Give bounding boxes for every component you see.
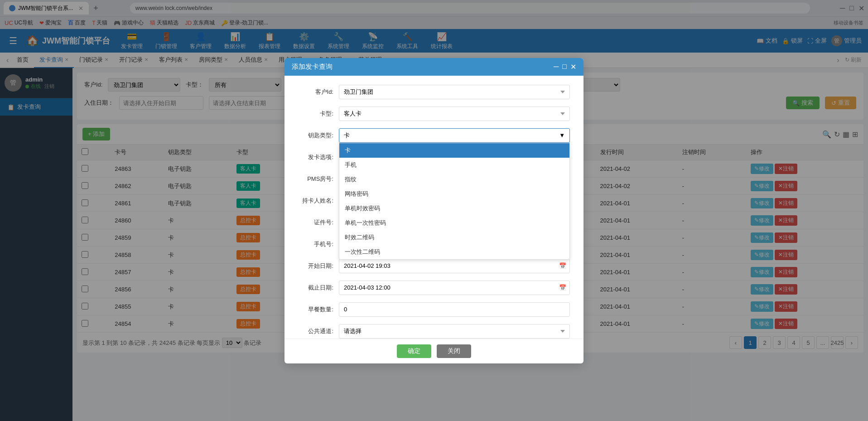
modal-header-actions: ─ □ ✕ bbox=[554, 63, 576, 71]
modal-start-date-label: 开始日期: bbox=[298, 262, 339, 270]
modal-public-channel-wrap: 请选择 bbox=[339, 324, 570, 339]
modal-customer-select-wrap: 劲卫门集团 bbox=[339, 85, 570, 99]
modal-breakfast-input[interactable] bbox=[339, 302, 570, 317]
form-row-key-type: 钥匙类型: 卡 ▼ 卡 手机 指纹 网络密码 单机时效密码 单机一次性密码 时效… bbox=[298, 128, 570, 143]
form-row-end-date: 截止日期: 📅 bbox=[298, 281, 570, 295]
modal-card-type-select-wrap: 客人卡 bbox=[339, 106, 570, 121]
modal-key-type-input[interactable]: 卡 ▼ bbox=[339, 128, 570, 143]
dropdown-arrow-icon: ▼ bbox=[559, 132, 565, 139]
modal-close-btn[interactable]: ✕ bbox=[570, 63, 576, 71]
modal-card-type-label: 卡型: bbox=[298, 110, 339, 118]
modal-holder-label: 持卡人姓名: bbox=[298, 197, 339, 205]
key-type-option-3[interactable]: 网络密码 bbox=[339, 187, 569, 201]
modal-public-channel-label: 公共通道: bbox=[298, 327, 339, 335]
modal-end-date-wrap: 📅 bbox=[339, 281, 570, 295]
modal-breakfast-label: 早餐数量: bbox=[298, 305, 339, 314]
modal: 添加发卡查询 ─ □ ✕ 客户Id: 劲卫门集团 卡型: bbox=[285, 58, 583, 363]
modal-minimize-btn[interactable]: ─ bbox=[554, 63, 559, 71]
modal-confirm-btn[interactable]: 确定 bbox=[397, 344, 431, 358]
form-row-customer: 客户Id: 劲卫门集团 bbox=[298, 85, 570, 99]
modal-header: 添加发卡查询 ─ □ ✕ bbox=[285, 58, 583, 76]
modal-maximize-btn[interactable]: □ bbox=[562, 63, 567, 71]
modal-public-channel-select[interactable]: 请选择 bbox=[339, 324, 570, 339]
key-type-option-4[interactable]: 单机时效密码 bbox=[339, 201, 569, 216]
key-type-option-6[interactable]: 时效二维码 bbox=[339, 230, 569, 245]
modal-phone-label: 手机号: bbox=[298, 240, 339, 248]
modal-card-type-select[interactable]: 客人卡 bbox=[339, 106, 570, 121]
modal-send-options-label: 发卡选项: bbox=[298, 153, 339, 161]
modal-overlay: 添加发卡查询 ─ □ ✕ 客户Id: 劲卫门集团 卡型: bbox=[0, 0, 868, 421]
modal-key-type-value: 卡 bbox=[344, 131, 350, 140]
form-row-breakfast: 早餐数量: bbox=[298, 302, 570, 317]
modal-end-date-label: 截止日期: bbox=[298, 284, 339, 292]
modal-key-type-label: 钥匙类型: bbox=[298, 131, 339, 140]
modal-customer-label: 客户Id: bbox=[298, 88, 339, 96]
modal-pms-label: PMS房号: bbox=[298, 175, 339, 183]
form-row-start-date: 开始日期: 📅 bbox=[298, 259, 570, 273]
modal-start-date-wrap: 📅 bbox=[339, 259, 570, 273]
modal-idno-label: 证件号: bbox=[298, 218, 339, 227]
start-date-calendar-icon[interactable]: 📅 bbox=[559, 262, 566, 269]
modal-end-date-input[interactable] bbox=[339, 281, 570, 295]
modal-close-footer-btn[interactable]: 关闭 bbox=[437, 344, 471, 358]
modal-start-date-input[interactable] bbox=[339, 259, 570, 273]
modal-customer-select[interactable]: 劲卫门集团 bbox=[339, 85, 570, 99]
key-type-option-7[interactable]: 一次性二维码 bbox=[339, 245, 569, 259]
modal-key-type-list: 卡 手机 指纹 网络密码 单机时效密码 单机一次性密码 时效二维码 一次性二维码 bbox=[339, 143, 570, 260]
end-date-calendar-icon[interactable]: 📅 bbox=[559, 284, 566, 291]
form-row-card-type: 卡型: 客人卡 bbox=[298, 106, 570, 121]
key-type-option-2[interactable]: 指纹 bbox=[339, 172, 569, 187]
modal-key-type-dropdown[interactable]: 卡 ▼ 卡 手机 指纹 网络密码 单机时效密码 单机一次性密码 时效二维码 一次… bbox=[339, 128, 570, 143]
modal-title: 添加发卡查询 bbox=[292, 63, 333, 71]
key-type-option-1[interactable]: 手机 bbox=[339, 158, 569, 172]
modal-footer: 确定 关闭 bbox=[285, 339, 583, 363]
key-type-option-5[interactable]: 单机一次性密码 bbox=[339, 216, 569, 230]
key-type-option-0[interactable]: 卡 bbox=[339, 143, 569, 158]
modal-body: 客户Id: 劲卫门集团 卡型: 客人卡 钥匙类型: bbox=[285, 76, 583, 339]
form-row-public-channel: 公共通道: 请选择 bbox=[298, 324, 570, 339]
